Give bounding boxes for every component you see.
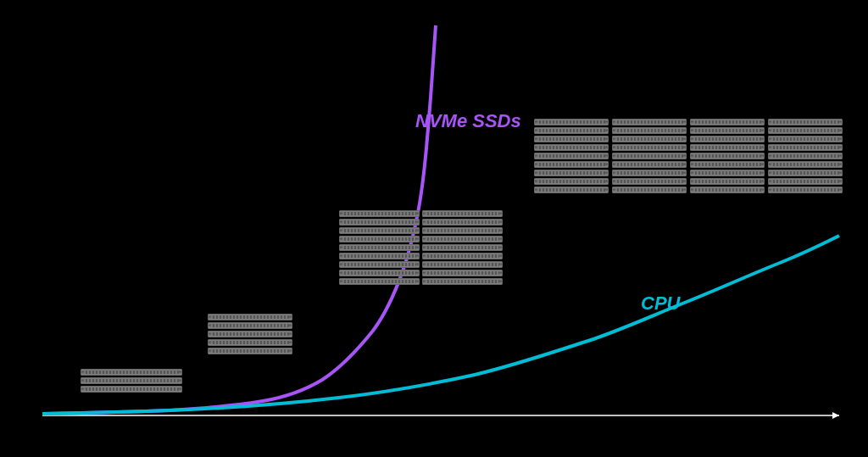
- rack-unit: [690, 178, 765, 185]
- rack-unit: [534, 127, 609, 134]
- rack-unit: [768, 187, 843, 193]
- nvme-label: NVMe SSDs: [415, 110, 521, 132]
- rack-unit: [81, 386, 182, 393]
- rack-unit: [339, 210, 420, 217]
- rack-unit: [612, 161, 687, 168]
- rack-unit: [612, 187, 687, 193]
- rack-unit: [690, 119, 765, 125]
- rack-unit: [768, 153, 843, 159]
- rack-unit: [690, 127, 765, 134]
- rack-unit: [534, 144, 609, 151]
- rack-unit: [208, 331, 292, 337]
- rack-unit: [768, 144, 843, 151]
- rack-unit: [768, 136, 843, 142]
- rack-unit: [534, 187, 609, 193]
- rack-unit: [208, 348, 292, 354]
- rack-unit: [339, 270, 420, 276]
- rack-unit: [208, 314, 292, 320]
- rack-unit: [534, 119, 609, 125]
- rack-unit: [339, 244, 420, 251]
- rack-unit: [612, 127, 687, 134]
- rack-unit: [339, 227, 420, 234]
- chart-container: NVMe SSDs CPU: [0, 0, 868, 457]
- rack-unit: [534, 170, 609, 176]
- rack-unit: [690, 187, 765, 193]
- rack-unit: [422, 219, 503, 226]
- rack-unit: [339, 253, 420, 259]
- rack-unit: [534, 153, 609, 159]
- rack-unit: [339, 219, 420, 226]
- rack-unit: [612, 144, 687, 151]
- rack-unit: [612, 153, 687, 159]
- rack-3: [339, 210, 420, 287]
- rack-unit: [208, 322, 292, 329]
- rack-unit: [690, 153, 765, 159]
- rack-8: [768, 119, 843, 195]
- rack-unit: [422, 270, 503, 276]
- rack-unit: [768, 127, 843, 134]
- rack-unit: [768, 161, 843, 168]
- rack-unit: [690, 161, 765, 168]
- rack-unit: [690, 136, 765, 142]
- rack-unit: [768, 119, 843, 125]
- rack-2: [208, 314, 292, 356]
- cpu-label: CPU: [641, 293, 680, 315]
- rack-unit: [690, 170, 765, 176]
- rack-unit: [612, 136, 687, 142]
- rack-unit: [768, 170, 843, 176]
- rack-unit: [612, 170, 687, 176]
- rack-unit: [612, 119, 687, 125]
- rack-unit: [422, 227, 503, 234]
- rack-unit: [422, 253, 503, 259]
- rack-unit: [534, 161, 609, 168]
- rack-unit: [690, 144, 765, 151]
- rack-unit: [534, 178, 609, 185]
- rack-unit: [208, 339, 292, 346]
- rack-unit: [534, 136, 609, 142]
- rack-unit: [768, 178, 843, 185]
- rack-unit: [422, 236, 503, 242]
- rack-unit: [81, 377, 182, 384]
- rack-7: [690, 119, 765, 195]
- rack-unit: [339, 236, 420, 242]
- rack-unit: [422, 261, 503, 268]
- rack-4: [422, 210, 503, 287]
- rack-unit: [422, 210, 503, 217]
- rack-unit: [612, 178, 687, 185]
- rack-1: [81, 369, 182, 394]
- rack-unit: [339, 261, 420, 268]
- rack-unit: [81, 369, 182, 376]
- rack-unit: [422, 278, 503, 285]
- rack-6: [612, 119, 687, 195]
- rack-unit: [422, 244, 503, 251]
- rack-5: [534, 119, 609, 195]
- rack-unit: [339, 278, 420, 285]
